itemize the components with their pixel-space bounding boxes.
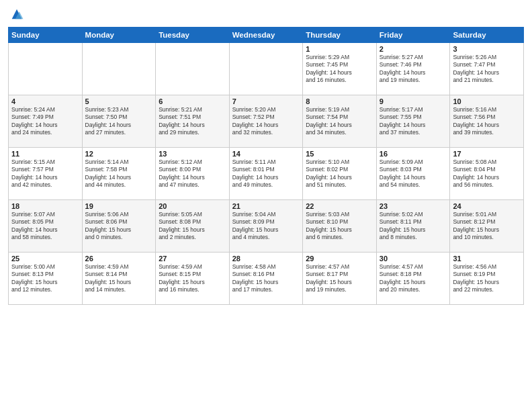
week-row-1: 4Sunrise: 5:24 AM Sunset: 7:49 PM Daylig… xyxy=(9,95,524,148)
calendar-body: 1Sunrise: 5:29 AM Sunset: 7:45 PM Daylig… xyxy=(9,43,524,305)
day-cell-30: 30Sunrise: 4:57 AM Sunset: 8:18 PM Dayli… xyxy=(376,253,450,305)
day-info: Sunrise: 5:00 AM Sunset: 8:13 PM Dayligh… xyxy=(11,263,79,294)
day-cell-27: 27Sunrise: 4:59 AM Sunset: 8:15 PM Dayli… xyxy=(156,253,230,305)
day-number: 13 xyxy=(159,150,226,158)
day-cell-25: 25Sunrise: 5:00 AM Sunset: 8:13 PM Dayli… xyxy=(9,253,83,305)
day-cell-22: 22Sunrise: 5:03 AM Sunset: 8:10 PM Dayli… xyxy=(303,200,377,253)
day-cell-31: 31Sunrise: 4:56 AM Sunset: 8:19 PM Dayli… xyxy=(450,253,524,305)
day-number: 15 xyxy=(306,150,373,158)
day-cell-15: 15Sunrise: 5:10 AM Sunset: 8:02 PM Dayli… xyxy=(303,148,377,200)
calendar-table: SundayMondayTuesdayWednesdayThursdayFrid… xyxy=(8,27,524,305)
day-cell-20: 20Sunrise: 5:05 AM Sunset: 8:08 PM Dayli… xyxy=(156,200,230,253)
day-cell-19: 19Sunrise: 5:06 AM Sunset: 8:06 PM Dayli… xyxy=(82,200,156,253)
day-number: 25 xyxy=(11,255,79,263)
header-day-saturday: Saturday xyxy=(450,28,524,43)
day-info: Sunrise: 5:16 AM Sunset: 7:56 PM Dayligh… xyxy=(453,106,521,137)
day-cell-1: 1Sunrise: 5:29 AM Sunset: 7:45 PM Daylig… xyxy=(303,43,377,95)
empty-cell xyxy=(156,43,230,95)
empty-cell xyxy=(9,43,83,95)
header-day-tuesday: Tuesday xyxy=(156,28,230,43)
day-cell-16: 16Sunrise: 5:09 AM Sunset: 8:03 PM Dayli… xyxy=(376,148,450,200)
day-info: Sunrise: 5:11 AM Sunset: 8:01 PM Dayligh… xyxy=(232,158,300,189)
day-info: Sunrise: 5:03 AM Sunset: 8:10 PM Dayligh… xyxy=(306,211,373,242)
header-day-thursday: Thursday xyxy=(303,28,377,43)
week-row-0: 1Sunrise: 5:29 AM Sunset: 7:45 PM Daylig… xyxy=(9,43,524,95)
day-number: 20 xyxy=(159,202,226,210)
day-number: 5 xyxy=(85,97,153,105)
day-info: Sunrise: 5:26 AM Sunset: 7:47 PM Dayligh… xyxy=(453,54,521,85)
week-row-2: 11Sunrise: 5:15 AM Sunset: 7:57 PM Dayli… xyxy=(9,148,524,200)
day-info: Sunrise: 5:27 AM Sunset: 7:46 PM Dayligh… xyxy=(380,54,447,85)
day-info: Sunrise: 4:57 AM Sunset: 8:17 PM Dayligh… xyxy=(306,263,373,294)
day-info: Sunrise: 5:06 AM Sunset: 8:06 PM Dayligh… xyxy=(85,211,153,242)
day-cell-2: 2Sunrise: 5:27 AM Sunset: 7:46 PM Daylig… xyxy=(376,43,450,95)
day-number: 17 xyxy=(453,150,521,158)
day-info: Sunrise: 5:04 AM Sunset: 8:09 PM Dayligh… xyxy=(232,211,300,242)
day-number: 27 xyxy=(159,255,226,263)
day-cell-7: 7Sunrise: 5:20 AM Sunset: 7:52 PM Daylig… xyxy=(229,95,303,148)
day-cell-6: 6Sunrise: 5:21 AM Sunset: 7:51 PM Daylig… xyxy=(156,95,230,148)
empty-cell xyxy=(82,43,156,95)
day-info: Sunrise: 5:21 AM Sunset: 7:51 PM Dayligh… xyxy=(159,106,226,137)
day-info: Sunrise: 5:29 AM Sunset: 7:45 PM Dayligh… xyxy=(306,54,373,85)
day-cell-17: 17Sunrise: 5:08 AM Sunset: 8:04 PM Dayli… xyxy=(450,148,524,200)
day-cell-21: 21Sunrise: 5:04 AM Sunset: 8:09 PM Dayli… xyxy=(229,200,303,253)
day-number: 16 xyxy=(380,150,447,158)
day-cell-14: 14Sunrise: 5:11 AM Sunset: 8:01 PM Dayli… xyxy=(229,148,303,200)
day-cell-5: 5Sunrise: 5:23 AM Sunset: 7:50 PM Daylig… xyxy=(82,95,156,148)
day-info: Sunrise: 5:15 AM Sunset: 7:57 PM Dayligh… xyxy=(11,158,79,189)
day-cell-26: 26Sunrise: 4:59 AM Sunset: 8:14 PM Dayli… xyxy=(82,253,156,305)
day-number: 19 xyxy=(85,202,153,210)
day-cell-8: 8Sunrise: 5:19 AM Sunset: 7:54 PM Daylig… xyxy=(303,95,377,148)
day-info: Sunrise: 4:57 AM Sunset: 8:18 PM Dayligh… xyxy=(380,263,447,294)
day-info: Sunrise: 5:24 AM Sunset: 7:49 PM Dayligh… xyxy=(11,106,79,137)
day-number: 11 xyxy=(11,150,79,158)
day-info: Sunrise: 5:23 AM Sunset: 7:50 PM Dayligh… xyxy=(85,106,153,137)
day-number: 14 xyxy=(232,150,300,158)
day-cell-23: 23Sunrise: 5:02 AM Sunset: 8:11 PM Dayli… xyxy=(376,200,450,253)
day-info: Sunrise: 5:07 AM Sunset: 8:05 PM Dayligh… xyxy=(11,211,79,242)
day-info: Sunrise: 5:14 AM Sunset: 7:58 PM Dayligh… xyxy=(85,158,153,189)
day-cell-3: 3Sunrise: 5:26 AM Sunset: 7:47 PM Daylig… xyxy=(450,43,524,95)
day-number: 31 xyxy=(453,255,521,263)
day-cell-29: 29Sunrise: 4:57 AM Sunset: 8:17 PM Dayli… xyxy=(303,253,377,305)
day-cell-24: 24Sunrise: 5:01 AM Sunset: 8:12 PM Dayli… xyxy=(450,200,524,253)
day-cell-12: 12Sunrise: 5:14 AM Sunset: 7:58 PM Dayli… xyxy=(82,148,156,200)
day-number: 10 xyxy=(453,97,521,105)
day-info: Sunrise: 4:56 AM Sunset: 8:19 PM Dayligh… xyxy=(453,263,521,294)
day-number: 8 xyxy=(306,97,373,105)
day-info: Sunrise: 5:02 AM Sunset: 8:11 PM Dayligh… xyxy=(380,211,447,242)
day-info: Sunrise: 4:58 AM Sunset: 8:16 PM Dayligh… xyxy=(232,263,300,294)
day-number: 4 xyxy=(11,97,79,105)
day-number: 1 xyxy=(306,45,373,53)
day-info: Sunrise: 5:05 AM Sunset: 8:08 PM Dayligh… xyxy=(159,211,226,242)
day-cell-11: 11Sunrise: 5:15 AM Sunset: 7:57 PM Dayli… xyxy=(9,148,83,200)
day-number: 12 xyxy=(85,150,153,158)
day-info: Sunrise: 5:09 AM Sunset: 8:03 PM Dayligh… xyxy=(380,158,447,189)
page-container: SundayMondayTuesdayWednesdayThursdayFrid… xyxy=(0,0,532,310)
day-number: 26 xyxy=(85,255,153,263)
header-day-wednesday: Wednesday xyxy=(229,28,303,43)
day-number: 29 xyxy=(306,255,373,263)
calendar-header: SundayMondayTuesdayWednesdayThursdayFrid… xyxy=(9,28,524,43)
day-number: 2 xyxy=(380,45,447,53)
day-cell-13: 13Sunrise: 5:12 AM Sunset: 8:00 PM Dayli… xyxy=(156,148,230,200)
day-info: Sunrise: 5:17 AM Sunset: 7:55 PM Dayligh… xyxy=(380,106,447,137)
logo-icon xyxy=(9,7,24,21)
day-number: 9 xyxy=(380,97,447,105)
header-day-friday: Friday xyxy=(376,28,450,43)
day-info: Sunrise: 5:10 AM Sunset: 8:02 PM Dayligh… xyxy=(306,158,373,189)
header-day-monday: Monday xyxy=(82,28,156,43)
week-row-4: 25Sunrise: 5:00 AM Sunset: 8:13 PM Dayli… xyxy=(9,253,524,305)
day-number: 18 xyxy=(11,202,79,210)
day-number: 6 xyxy=(159,97,226,105)
day-number: 24 xyxy=(453,202,521,210)
day-info: Sunrise: 4:59 AM Sunset: 8:14 PM Dayligh… xyxy=(85,263,153,294)
day-info: Sunrise: 5:19 AM Sunset: 7:54 PM Dayligh… xyxy=(306,106,373,137)
day-info: Sunrise: 5:20 AM Sunset: 7:52 PM Dayligh… xyxy=(232,106,300,137)
day-number: 7 xyxy=(232,97,300,105)
day-number: 28 xyxy=(232,255,300,263)
day-cell-9: 9Sunrise: 5:17 AM Sunset: 7:55 PM Daylig… xyxy=(376,95,450,148)
day-number: 22 xyxy=(306,202,373,210)
day-number: 30 xyxy=(380,255,447,263)
